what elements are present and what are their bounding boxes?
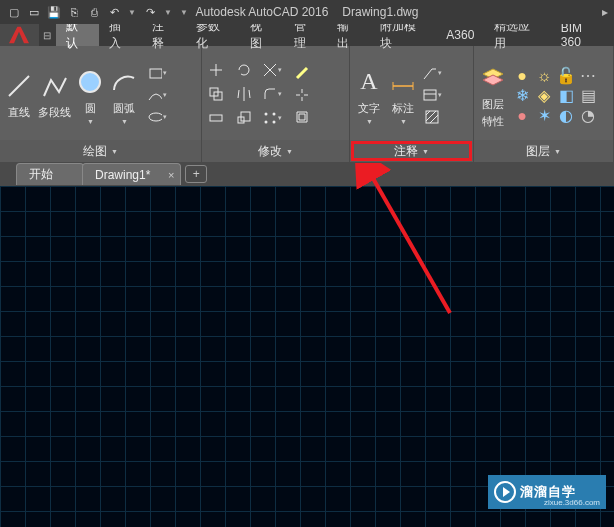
doctab-start[interactable]: 开始: [16, 163, 84, 185]
panel-annotation: A 文字 ▼ 标注 ▼ ▾ ▾: [350, 46, 474, 140]
spline-icon[interactable]: ▾: [147, 85, 167, 105]
array-icon[interactable]: ▾: [262, 108, 282, 128]
tab-default[interactable]: 默认: [56, 24, 99, 46]
rotate-icon[interactable]: [234, 60, 254, 80]
layer-walk-icon[interactable]: ◔: [578, 106, 598, 126]
tab-output[interactable]: 输出: [327, 24, 370, 46]
layer-state-icon[interactable]: ▤: [578, 86, 598, 106]
svg-rect-6: [210, 115, 222, 121]
line-icon: [4, 69, 34, 103]
svg-point-11: [265, 120, 268, 123]
fillet-icon[interactable]: ▾: [262, 84, 282, 104]
play-icon: [494, 481, 516, 503]
save-icon[interactable]: 💾: [46, 4, 62, 20]
rect-icon[interactable]: ▾: [147, 63, 167, 83]
close-icon[interactable]: ×: [168, 169, 174, 181]
stretch-icon[interactable]: [206, 108, 226, 128]
tool-line[interactable]: 直线: [4, 69, 34, 120]
chevron-down-icon[interactable]: ▼: [400, 118, 407, 125]
tab-annotate[interactable]: 注释: [142, 24, 185, 46]
tool-polyline[interactable]: 多段线: [38, 69, 71, 120]
text-icon: A: [354, 65, 384, 99]
panel-footer-row: 绘图▼ 修改▼ 注释▼ 图层▼: [0, 140, 614, 162]
panel-label-annotation[interactable]: 注释▼: [350, 140, 474, 162]
copy-icon[interactable]: [206, 84, 226, 104]
polyline-icon: [40, 69, 70, 103]
svg-rect-2: [150, 69, 162, 78]
tool-circle[interactable]: 圆 ▼: [75, 65, 105, 125]
layer-iso-icon[interactable]: ◈: [534, 86, 554, 106]
add-tab-button[interactable]: +: [185, 165, 207, 183]
redo-dropdown-icon[interactable]: ▼: [162, 4, 174, 20]
chevron-down-icon[interactable]: ▼: [87, 118, 94, 125]
trim-icon[interactable]: ▾: [262, 60, 282, 80]
tab-manage[interactable]: 管理: [284, 24, 327, 46]
panel-layer: 图层 特性 ● ☼ 🔓 ⋯ ❄ ◈ ◧ ▤ ● ✶ ◐ ◔: [474, 46, 614, 140]
doctab-drawing[interactable]: Drawing1* ×: [82, 163, 181, 185]
svg-point-10: [273, 112, 276, 115]
tab-insert[interactable]: 插入: [99, 24, 142, 46]
file-title: Drawing1.dwg: [342, 5, 418, 19]
layer-thaw-icon[interactable]: ✶: [534, 106, 554, 126]
leader-icon[interactable]: ▾: [422, 63, 442, 83]
svg-line-0: [9, 76, 29, 96]
panel-label-layer[interactable]: 图层▼: [474, 140, 614, 162]
circle-icon: [75, 65, 105, 99]
offset-icon[interactable]: [292, 107, 312, 127]
print-icon[interactable]: ⎙: [86, 4, 102, 20]
open-icon[interactable]: ▭: [26, 4, 42, 20]
tab-param[interactable]: 参数化: [186, 24, 241, 46]
explode-icon[interactable]: [292, 85, 312, 105]
new-icon[interactable]: ▢: [6, 4, 22, 20]
panel-label-draw[interactable]: 绘图▼: [0, 140, 202, 162]
layer-sun-icon[interactable]: ☼: [534, 66, 554, 86]
tool-text[interactable]: A 文字 ▼: [354, 65, 384, 125]
watermark: 溜溜自学 zixue.3d66.com: [488, 475, 606, 509]
document-tabs: 开始 Drawing1* × +: [0, 162, 614, 186]
chevron-down-icon[interactable]: ▼: [366, 118, 373, 125]
hatch-icon[interactable]: [422, 107, 442, 127]
undo-icon[interactable]: ↶: [106, 4, 122, 20]
search-area[interactable]: ▸: [602, 5, 608, 19]
chevron-down-icon[interactable]: ▼: [121, 118, 128, 125]
panel-draw: 直线 多段线 圆 ▼ 圆弧 ▼ ▾ ▾ ▾: [0, 46, 202, 140]
redo-icon[interactable]: ↷: [142, 4, 158, 20]
scale-icon[interactable]: [234, 108, 254, 128]
layer-off-icon[interactable]: ●: [512, 106, 532, 126]
tool-layer-prop[interactable]: 图层 特性: [478, 61, 508, 129]
tab-a360[interactable]: A360: [436, 24, 484, 46]
menu-toggle-icon[interactable]: ⊟: [39, 24, 56, 46]
tab-featured[interactable]: 精选应用: [484, 24, 550, 46]
svg-rect-16: [424, 90, 436, 100]
saveas-icon[interactable]: ⎘: [66, 4, 82, 20]
mirror-icon[interactable]: [234, 84, 254, 104]
menu-bar: ⊟ 默认 插入 注释 参数化 视图 管理 输出 附加模块 A360 精选应用 B…: [0, 24, 614, 46]
tool-arc[interactable]: 圆弧 ▼: [109, 65, 139, 125]
panel-label-modify[interactable]: 修改▼: [202, 140, 350, 162]
title-bar: ▢ ▭ 💾 ⎘ ⎙ ↶ ▼ ↷ ▼ ▼ Autodesk AutoCAD 201…: [0, 0, 614, 24]
tab-view[interactable]: 视图: [240, 24, 283, 46]
quick-access-toolbar: ▢ ▭ 💾 ⎘ ⎙ ↶ ▼ ↷ ▼ ▼: [0, 4, 196, 20]
table-icon[interactable]: ▾: [422, 85, 442, 105]
tab-addon[interactable]: 附加模块: [370, 24, 436, 46]
layer-properties-icon: [478, 61, 508, 95]
layer-match-icon[interactable]: ◧: [556, 86, 576, 106]
layer-more-icon[interactable]: ⋯: [578, 66, 598, 86]
svg-point-12: [273, 120, 276, 123]
layer-bulb-icon[interactable]: ●: [512, 66, 532, 86]
qat-more-icon[interactable]: ▼: [178, 4, 190, 20]
svg-point-1: [80, 72, 100, 92]
move-icon[interactable]: [206, 60, 226, 80]
ellipse-icon[interactable]: ▾: [147, 107, 167, 127]
tool-dim[interactable]: 标注 ▼: [388, 65, 418, 125]
erase-icon[interactable]: [292, 63, 312, 83]
tab-bim360[interactable]: BIM 360: [551, 24, 614, 46]
undo-dropdown-icon[interactable]: ▼: [126, 4, 138, 20]
app-logo[interactable]: [0, 24, 39, 46]
app-title: Autodesk AutoCAD 2016: [196, 5, 329, 19]
panel-modify: ▾ ▾ ▾: [202, 46, 350, 140]
layer-lock-icon[interactable]: 🔓: [556, 66, 576, 86]
layer-freeze-icon[interactable]: ❄: [512, 86, 532, 106]
ribbon: 直线 多段线 圆 ▼ 圆弧 ▼ ▾ ▾ ▾: [0, 46, 614, 140]
layer-unlock-icon[interactable]: ◐: [556, 106, 576, 126]
